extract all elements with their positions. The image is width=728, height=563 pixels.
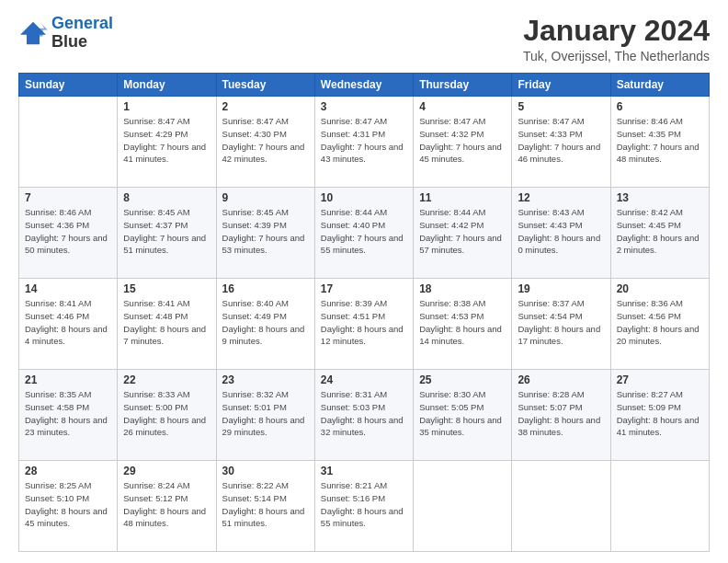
logo-icon bbox=[18, 20, 48, 46]
day-number: 13 bbox=[617, 191, 703, 204]
day-info: Sunrise: 8:40 AM Sunset: 4:49 PM Dayligh… bbox=[222, 297, 309, 348]
day-number: 2 bbox=[222, 100, 309, 113]
day-number: 6 bbox=[617, 100, 703, 113]
calendar-header-friday: Friday bbox=[512, 74, 610, 97]
day-number: 20 bbox=[617, 282, 703, 295]
calendar-cell: 21Sunrise: 8:35 AM Sunset: 4:58 PM Dayli… bbox=[19, 370, 118, 461]
day-number: 28 bbox=[25, 465, 111, 477]
calendar-cell: 7Sunrise: 8:46 AM Sunset: 4:36 PM Daylig… bbox=[19, 188, 118, 279]
calendar-cell bbox=[512, 461, 610, 552]
calendar-cell: 2Sunrise: 8:47 AM Sunset: 4:30 PM Daylig… bbox=[216, 97, 314, 188]
day-info: Sunrise: 8:25 AM Sunset: 5:10 PM Dayligh… bbox=[25, 479, 111, 530]
day-number: 12 bbox=[518, 191, 604, 204]
day-number: 25 bbox=[419, 373, 506, 386]
calendar-cell bbox=[610, 461, 709, 552]
day-info: Sunrise: 8:38 AM Sunset: 4:53 PM Dayligh… bbox=[419, 297, 506, 348]
calendar-cell: 16Sunrise: 8:40 AM Sunset: 4:49 PM Dayli… bbox=[216, 279, 314, 370]
day-number: 22 bbox=[123, 373, 210, 386]
day-info: Sunrise: 8:30 AM Sunset: 5:05 PM Dayligh… bbox=[419, 388, 506, 439]
calendar-cell: 14Sunrise: 8:41 AM Sunset: 4:46 PM Dayli… bbox=[19, 279, 118, 370]
calendar-header-row: SundayMondayTuesdayWednesdayThursdayFrid… bbox=[19, 74, 710, 97]
day-info: Sunrise: 8:37 AM Sunset: 4:54 PM Dayligh… bbox=[518, 297, 604, 348]
calendar-cell bbox=[19, 97, 118, 188]
sub-title: Tuk, Overijssel, The Netherlands bbox=[523, 49, 710, 63]
day-info: Sunrise: 8:41 AM Sunset: 4:48 PM Dayligh… bbox=[123, 297, 210, 348]
day-info: Sunrise: 8:47 AM Sunset: 4:29 PM Dayligh… bbox=[123, 115, 210, 166]
day-number: 16 bbox=[222, 282, 309, 295]
calendar-cell: 27Sunrise: 8:27 AM Sunset: 5:09 PM Dayli… bbox=[610, 370, 709, 461]
day-number: 21 bbox=[25, 373, 111, 386]
day-info: Sunrise: 8:47 AM Sunset: 4:32 PM Dayligh… bbox=[419, 115, 506, 166]
day-number: 8 bbox=[123, 191, 210, 204]
day-info: Sunrise: 8:24 AM Sunset: 5:12 PM Dayligh… bbox=[123, 479, 210, 530]
day-info: Sunrise: 8:21 AM Sunset: 5:16 PM Dayligh… bbox=[321, 479, 407, 530]
day-number: 9 bbox=[222, 191, 309, 204]
calendar-header-thursday: Thursday bbox=[414, 74, 512, 97]
calendar-cell: 1Sunrise: 8:47 AM Sunset: 4:29 PM Daylig… bbox=[118, 97, 216, 188]
day-number: 14 bbox=[25, 282, 111, 295]
day-info: Sunrise: 8:27 AM Sunset: 5:09 PM Dayligh… bbox=[617, 388, 703, 439]
day-info: Sunrise: 8:47 AM Sunset: 4:31 PM Dayligh… bbox=[321, 115, 407, 166]
calendar-cell: 10Sunrise: 8:44 AM Sunset: 4:40 PM Dayli… bbox=[314, 188, 413, 279]
day-info: Sunrise: 8:36 AM Sunset: 4:56 PM Dayligh… bbox=[617, 297, 703, 348]
day-info: Sunrise: 8:43 AM Sunset: 4:43 PM Dayligh… bbox=[518, 206, 604, 257]
calendar-cell bbox=[414, 461, 512, 552]
calendar-table: SundayMondayTuesdayWednesdayThursdayFrid… bbox=[18, 73, 710, 552]
day-info: Sunrise: 8:46 AM Sunset: 4:35 PM Dayligh… bbox=[617, 115, 703, 166]
calendar-cell: 19Sunrise: 8:37 AM Sunset: 4:54 PM Dayli… bbox=[512, 279, 610, 370]
day-number: 29 bbox=[123, 465, 210, 477]
day-number: 4 bbox=[419, 100, 506, 113]
calendar-header-sunday: Sunday bbox=[19, 74, 118, 97]
calendar-week-row: 21Sunrise: 8:35 AM Sunset: 4:58 PM Dayli… bbox=[19, 370, 710, 461]
day-info: Sunrise: 8:32 AM Sunset: 5:01 PM Dayligh… bbox=[222, 388, 309, 439]
day-info: Sunrise: 8:45 AM Sunset: 4:37 PM Dayligh… bbox=[123, 206, 210, 257]
day-number: 19 bbox=[518, 282, 604, 295]
day-number: 1 bbox=[123, 100, 210, 113]
page: General Blue January 2024 Tuk, Overijsse… bbox=[0, 0, 728, 563]
calendar-cell: 25Sunrise: 8:30 AM Sunset: 5:05 PM Dayli… bbox=[414, 370, 512, 461]
day-number: 26 bbox=[518, 373, 604, 386]
header: General Blue January 2024 Tuk, Overijsse… bbox=[18, 15, 710, 63]
day-number: 17 bbox=[321, 282, 407, 295]
day-info: Sunrise: 8:35 AM Sunset: 4:58 PM Dayligh… bbox=[25, 388, 111, 439]
calendar-cell: 18Sunrise: 8:38 AM Sunset: 4:53 PM Dayli… bbox=[414, 279, 512, 370]
logo: General Blue bbox=[18, 15, 113, 52]
calendar-header-tuesday: Tuesday bbox=[216, 74, 314, 97]
calendar-cell: 30Sunrise: 8:22 AM Sunset: 5:14 PM Dayli… bbox=[216, 461, 314, 552]
calendar-cell: 26Sunrise: 8:28 AM Sunset: 5:07 PM Dayli… bbox=[512, 370, 610, 461]
day-number: 27 bbox=[617, 373, 703, 386]
main-title: January 2024 bbox=[523, 15, 710, 47]
calendar-header-monday: Monday bbox=[118, 74, 216, 97]
calendar-cell: 29Sunrise: 8:24 AM Sunset: 5:12 PM Dayli… bbox=[118, 461, 216, 552]
day-info: Sunrise: 8:44 AM Sunset: 4:42 PM Dayligh… bbox=[419, 206, 506, 257]
day-number: 24 bbox=[321, 373, 407, 386]
day-info: Sunrise: 8:39 AM Sunset: 4:51 PM Dayligh… bbox=[321, 297, 407, 348]
day-info: Sunrise: 8:45 AM Sunset: 4:39 PM Dayligh… bbox=[222, 206, 309, 257]
calendar-cell: 23Sunrise: 8:32 AM Sunset: 5:01 PM Dayli… bbox=[216, 370, 314, 461]
day-info: Sunrise: 8:33 AM Sunset: 5:00 PM Dayligh… bbox=[123, 388, 210, 439]
calendar-cell: 31Sunrise: 8:21 AM Sunset: 5:16 PM Dayli… bbox=[314, 461, 413, 552]
day-number: 31 bbox=[321, 465, 407, 477]
day-info: Sunrise: 8:31 AM Sunset: 5:03 PM Dayligh… bbox=[321, 388, 407, 439]
calendar-cell: 20Sunrise: 8:36 AM Sunset: 4:56 PM Dayli… bbox=[610, 279, 709, 370]
day-number: 30 bbox=[222, 465, 309, 477]
day-info: Sunrise: 8:44 AM Sunset: 4:40 PM Dayligh… bbox=[321, 206, 407, 257]
day-info: Sunrise: 8:47 AM Sunset: 4:30 PM Dayligh… bbox=[222, 115, 309, 166]
day-number: 23 bbox=[222, 373, 309, 386]
day-info: Sunrise: 8:47 AM Sunset: 4:33 PM Dayligh… bbox=[518, 115, 604, 166]
calendar-week-row: 14Sunrise: 8:41 AM Sunset: 4:46 PM Dayli… bbox=[19, 279, 710, 370]
day-number: 10 bbox=[321, 191, 407, 204]
calendar-header-saturday: Saturday bbox=[610, 74, 709, 97]
calendar-cell: 15Sunrise: 8:41 AM Sunset: 4:48 PM Dayli… bbox=[118, 279, 216, 370]
title-block: January 2024 Tuk, Overijssel, The Nether… bbox=[523, 15, 710, 63]
calendar-header-wednesday: Wednesday bbox=[314, 74, 413, 97]
calendar-cell: 13Sunrise: 8:42 AM Sunset: 4:45 PM Dayli… bbox=[610, 188, 709, 279]
calendar-week-row: 1Sunrise: 8:47 AM Sunset: 4:29 PM Daylig… bbox=[19, 97, 710, 188]
calendar-cell: 6Sunrise: 8:46 AM Sunset: 4:35 PM Daylig… bbox=[610, 97, 709, 188]
calendar-cell: 12Sunrise: 8:43 AM Sunset: 4:43 PM Dayli… bbox=[512, 188, 610, 279]
day-number: 3 bbox=[321, 100, 407, 113]
day-info: Sunrise: 8:22 AM Sunset: 5:14 PM Dayligh… bbox=[222, 479, 309, 530]
calendar-week-row: 28Sunrise: 8:25 AM Sunset: 5:10 PM Dayli… bbox=[19, 461, 710, 552]
calendar-cell: 24Sunrise: 8:31 AM Sunset: 5:03 PM Dayli… bbox=[314, 370, 413, 461]
day-number: 5 bbox=[518, 100, 604, 113]
